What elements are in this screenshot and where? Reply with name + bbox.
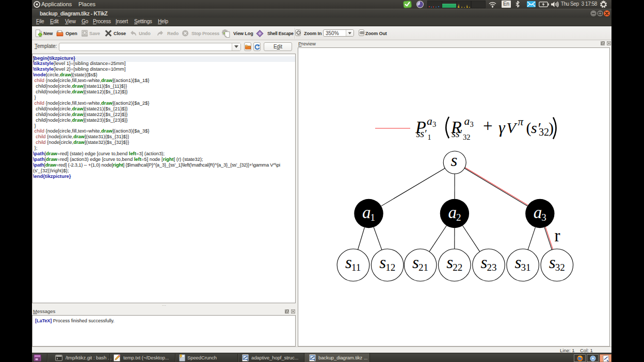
svg-text:ss′: ss′	[416, 128, 427, 139]
svg-text:V: V	[507, 119, 518, 136]
svg-text:s: s	[515, 253, 522, 272]
svg-text:(: (	[526, 119, 532, 137]
svg-text:a: a	[464, 115, 470, 127]
svg-text:s: s	[446, 253, 453, 272]
svg-text:): )	[549, 119, 554, 137]
svg-text:3: 3	[541, 212, 546, 223]
svg-text:22: 22	[453, 262, 462, 273]
svg-text:11: 11	[351, 262, 361, 273]
svg-text:21: 21	[418, 262, 428, 273]
svg-text:s: s	[379, 253, 386, 272]
svg-text:s: s	[451, 151, 458, 170]
svg-text:31: 31	[521, 262, 531, 273]
svg-text:a: a	[448, 203, 457, 222]
svg-text:a: a	[534, 203, 542, 222]
svg-text:s: s	[412, 253, 419, 272]
svg-text:γ: γ	[498, 118, 506, 137]
svg-text:3: 3	[470, 120, 474, 128]
svg-text:+: +	[483, 117, 493, 135]
svg-text:32: 32	[555, 262, 565, 273]
svg-text:π: π	[518, 116, 524, 128]
svg-text:s: s	[549, 253, 556, 272]
svg-text:1: 1	[371, 212, 376, 223]
svg-text:2: 2	[456, 212, 461, 223]
svg-text:3: 3	[432, 120, 436, 128]
svg-text:23: 23	[487, 262, 497, 273]
svg-text:1: 1	[428, 134, 431, 141]
svg-text:a: a	[362, 203, 371, 222]
svg-text:r: r	[555, 226, 560, 245]
svg-text:s: s	[481, 253, 488, 272]
svg-text:32: 32	[539, 126, 549, 138]
svg-text:12: 12	[385, 262, 395, 273]
svg-text:s: s	[345, 253, 352, 272]
svg-text:ss′: ss′	[452, 128, 462, 139]
svg-text:32: 32	[463, 133, 471, 141]
svg-text:a: a	[427, 115, 432, 127]
